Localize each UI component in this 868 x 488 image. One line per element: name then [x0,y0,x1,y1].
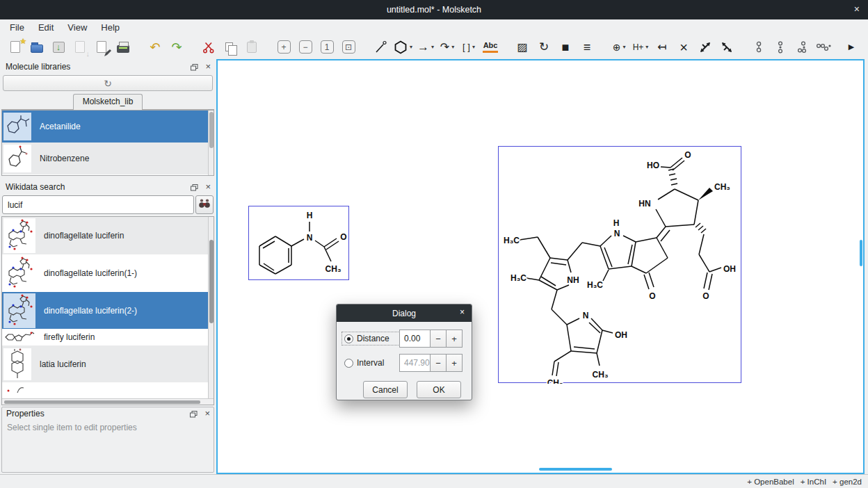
reaction-arrow-icon: → [417,41,429,53]
results-hscrollbar-thumb[interactable] [4,400,200,404]
interval-input[interactable]: 447.90 [399,354,431,372]
export-document-button[interactable] [93,38,110,56]
results-vscrollbar-thumb[interactable] [209,240,214,323]
menu-help[interactable]: Help [94,21,127,34]
chain-tool-2-button[interactable] [772,38,789,56]
list-item-nitrobenzene[interactable]: Nitrobenzene [2,143,214,174]
distance-radio-group[interactable]: Distance [342,332,399,345]
library-scrollbar-thumb[interactable] [209,112,214,148]
bracket-tool-dropdown-icon[interactable]: ▾ [472,44,475,50]
wikidata-search-header: Wikidata search × [1,181,214,193]
color-picker-button[interactable]: ■ [557,38,574,56]
zoom-fit-button[interactable]: ⊡ [340,38,357,56]
library-list: AcetanilideNitrobenzene [1,110,214,176]
list-item-dinoflagellate-luciferin[interactable]: dinoflagellate luciferin [2,217,214,254]
remove-hydrogen-button[interactable]: ↤ [654,38,670,56]
delete-tool-button[interactable]: × [675,38,692,56]
dialog-close-icon[interactable]: × [460,308,465,316]
panel-close-icon[interactable]: × [205,182,211,191]
paste-button[interactable] [243,38,260,56]
results-vscrollbar[interactable] [208,217,214,405]
list-item-dinoflagellate-luciferin-2-[interactable]: dinoflagellate luciferin(2-) [2,292,214,329]
save-file-button[interactable]: ↓ [50,38,67,56]
cut-button[interactable] [200,38,217,56]
cancel-button[interactable]: Cancel [363,381,408,398]
draw-ring-dropdown-icon[interactable]: ▾ [410,44,412,50]
panel-close-icon[interactable]: × [204,409,210,418]
interval-radio[interactable] [344,359,353,368]
ok-button[interactable]: OK [417,381,461,398]
canvas-hscrollbar-thumb[interactable] [539,468,612,471]
distance-increment-button[interactable]: + [447,330,463,348]
panel-float-icon[interactable] [190,410,198,420]
list-item[interactable] [2,382,214,396]
charge-tool-button[interactable]: ⊕▾ [611,38,627,56]
canvas-vscrollbar-thumb[interactable] [860,240,862,266]
save-as-button[interactable]: ↓ [72,38,88,56]
toolbar-overflow-button[interactable]: ▶ [843,38,860,56]
hatch-tool-icon: ▨ [517,42,527,53]
rotate-tool-button[interactable]: ↻ [536,38,552,56]
zoom-original-button[interactable]: 1 [319,38,335,56]
distance-radio[interactable] [344,334,353,343]
molecule-acetanilide[interactable]: HNOCH₃ [248,206,349,280]
list-item-dinoflagellate-luciferin-1-[interactable]: dinoflagellate luciferin(1-) [2,254,214,292]
add-hydrogen-dropdown-icon[interactable]: ▾ [645,44,648,50]
new-file-button[interactable]: ★ [7,38,24,56]
reaction-arrow-button[interactable]: →▾ [417,38,434,56]
window-close-icon[interactable]: × [854,4,860,14]
wikidata-search-input[interactable] [2,195,194,214]
panel-float-icon[interactable] [191,184,198,193]
print-button[interactable] [115,38,131,56]
line-width-icon: ≡ [584,41,591,54]
atom-label: H [307,211,313,220]
molecule-dinoflagellate-luciferin[interactable]: HOOCH₃HNHNH₃CH₃CNHH₃COOHONOHCH₃CH₂ [498,146,741,383]
results-hscrollbar[interactable] [2,398,214,405]
atom-label: HO [647,161,659,170]
atom-label: CH₂ [547,378,563,384]
distance-decrement-button[interactable]: − [431,330,447,348]
interval-decrement-button[interactable]: − [431,354,447,372]
text-tool-button[interactable]: Abc [482,38,499,56]
flip-vertical-button[interactable] [718,38,735,56]
list-item-firefly-luciferin[interactable]: firefly luciferin [2,329,214,345]
atom-label: N [614,229,620,238]
chain-tool-4-button[interactable] [815,38,832,56]
library-scrollbar[interactable] [208,111,214,175]
interval-increment-button[interactable]: + [447,354,463,372]
undo-button[interactable]: ↶ [147,38,163,56]
mechanism-arrow-dropdown-icon[interactable]: ▾ [451,44,454,50]
distance-input[interactable]: 0.00 [399,330,431,348]
charge-tool-dropdown-icon[interactable]: ▾ [622,44,625,50]
draw-bond-button[interactable] [372,38,389,56]
molecule-libraries-panel: Molecule libraries × ↻ Molsketch_lib Ace… [1,60,214,176]
line-width-button[interactable]: ≡ [579,38,595,56]
export-document-icon [104,49,112,57]
bracket-tool-button[interactable]: [ ]▾ [460,38,477,56]
mechanism-arrow-button[interactable]: ↷▾ [439,38,456,56]
menu-view[interactable]: View [61,21,94,34]
interval-radio-group[interactable]: Interval [342,357,399,369]
wikidata-search-button[interactable] [195,195,214,214]
hatch-tool-button[interactable]: ▨ [514,38,531,56]
panel-close-icon[interactable]: × [205,62,211,71]
library-refresh-button[interactable]: ↻ [3,75,213,91]
dialog-titlebar[interactable]: Dialog × [337,304,472,322]
menu-file[interactable]: File [3,21,31,34]
flip-horizontal-button[interactable] [697,38,714,56]
list-item-latia-luciferin[interactable]: latia luciferin [2,345,214,382]
menu-edit[interactable]: Edit [31,21,61,34]
zoom-in-button[interactable]: + [275,38,292,56]
copy-button[interactable] [222,38,239,56]
zoom-out-button[interactable]: − [297,38,314,56]
panel-float-icon[interactable] [191,63,198,73]
draw-ring-button[interactable]: ▾ [394,38,412,56]
redo-button[interactable]: ↷ [168,38,185,56]
chain-tool-3-button[interactable] [794,38,810,56]
open-file-button[interactable] [29,38,45,56]
add-hydrogen-button[interactable]: H+▾ [632,38,649,56]
reaction-arrow-dropdown-icon[interactable]: ▾ [431,44,434,50]
tab-molsketch-lib[interactable]: Molsketch_lib [73,94,143,110]
list-item-acetanilide[interactable]: Acetanilide [2,111,214,143]
chain-tool-1-button[interactable] [750,38,767,56]
